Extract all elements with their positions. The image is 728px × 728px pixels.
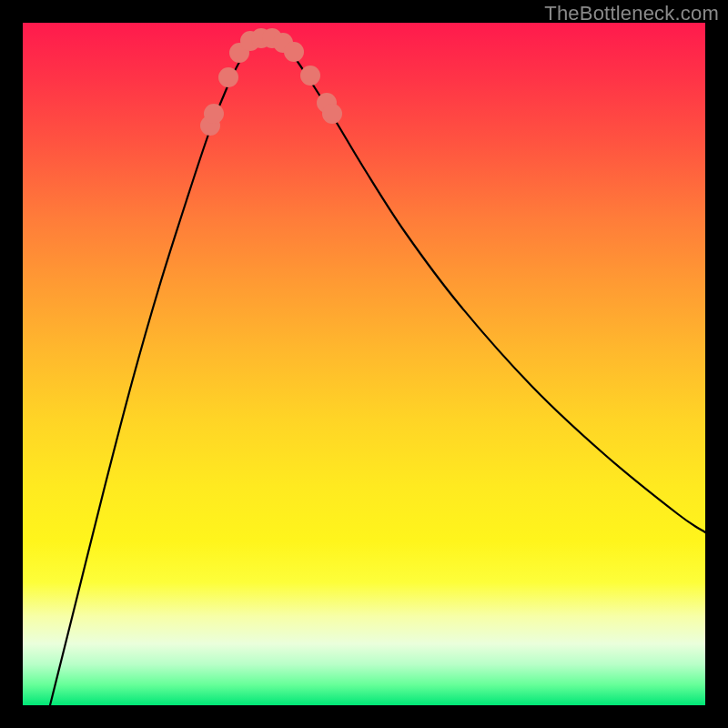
highlight-markers xyxy=(200,28,342,136)
marker-dot xyxy=(218,67,238,87)
watermark-label: TheBottleneck.com xyxy=(544,2,719,25)
chart-svg xyxy=(23,23,705,705)
bottleneck-curve xyxy=(50,36,705,705)
marker-dot xyxy=(204,104,224,124)
marker-dot xyxy=(322,104,342,124)
chart-plot-area xyxy=(23,23,705,705)
marker-dot xyxy=(284,42,304,62)
marker-dot xyxy=(300,66,320,86)
